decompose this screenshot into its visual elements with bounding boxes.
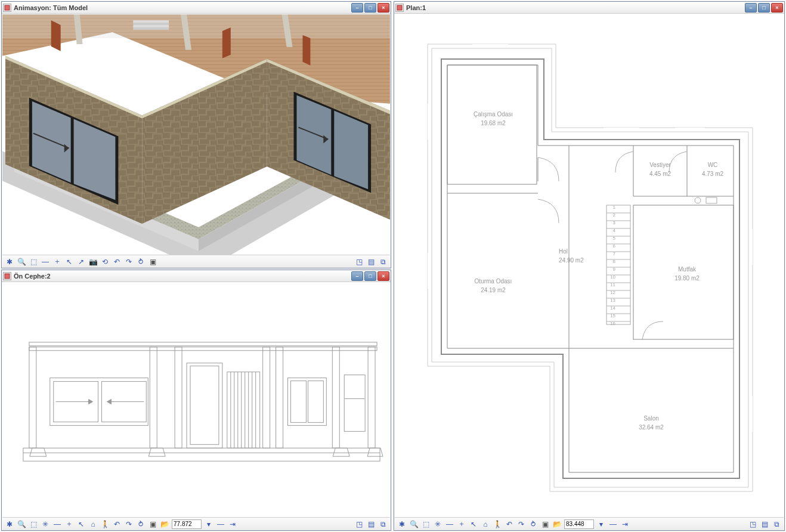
animasyon-titlebar[interactable]: Animasyon: Tüm Model – □ × <box>2 2 391 14</box>
zoom-region-icon[interactable]: ⬚ <box>29 519 38 529</box>
undo-icon[interactable]: ↶ <box>112 519 122 529</box>
svg-rect-19 <box>133 23 169 25</box>
svg-rect-41 <box>5 274 10 279</box>
zoom-region-icon[interactable]: ⬚ <box>29 257 38 267</box>
arrow-icon[interactable]: ↗ <box>76 257 86 267</box>
zoom-region-icon[interactable]: ⬚ <box>421 519 431 529</box>
svg-rect-114 <box>751 396 753 432</box>
home-icon[interactable]: ⌂ <box>88 519 98 529</box>
dropdown-icon[interactable]: ▾ <box>596 519 606 529</box>
zoom-icon[interactable]: 🔍 <box>17 257 26 267</box>
star-icon[interactable]: ✱ <box>5 519 14 529</box>
animasyon-viewport[interactable] <box>2 14 390 255</box>
redo-icon[interactable]: ↷ <box>516 519 526 529</box>
window-plan: Plan:1 – □ × <box>394 1 785 531</box>
dash-icon[interactable]: — <box>216 519 225 529</box>
close-button[interactable]: × <box>771 3 783 13</box>
svg-rect-42 <box>2 283 390 517</box>
app-icon <box>3 4 11 12</box>
svg-rect-112 <box>675 128 705 129</box>
pan-left-icon[interactable]: — <box>52 519 62 529</box>
dropdown-icon[interactable]: ▾ <box>204 519 213 529</box>
plan-viewport[interactable]: Çalışma Odası 19.68 m2 Vestiyer 4.45 m2 … <box>395 14 784 517</box>
maximize-button[interactable]: □ <box>758 3 770 13</box>
rotate-icon[interactable]: ⟲ <box>100 257 110 267</box>
svg-rect-82 <box>395 14 784 517</box>
window-animasyon: Animasyon: Tüm Model – □ × <box>1 1 391 268</box>
plan-toolbar: ✱ 🔍 ⬚ ✳ — ＋ ↖ ⌂ 🚶 ↶ ↷ ⥁ ▣ 📂 ▾ — ⇥ ◳ ▤ ⧉ <box>395 517 784 530</box>
zoom-icon[interactable]: 🔍 <box>17 519 26 529</box>
folder-icon[interactable]: 📂 <box>552 519 562 529</box>
close-button[interactable]: × <box>377 3 389 13</box>
animasyon-title: Animasyon: Tüm Model <box>14 4 88 11</box>
svg-rect-18 <box>133 20 169 23</box>
window-oncephe: Ön Cephe:2 – □ × <box>1 270 391 531</box>
oncephe-titlebar[interactable]: Ön Cephe:2 – □ × <box>2 270 391 282</box>
svg-marker-40 <box>302 35 310 66</box>
layers-icon[interactable]: ▤ <box>366 519 376 529</box>
star2-icon[interactable]: ✳ <box>433 519 442 529</box>
pan-left-icon[interactable]: — <box>41 257 50 267</box>
svg-rect-111 <box>604 128 639 129</box>
camera-icon[interactable]: 📷 <box>88 257 98 267</box>
svg-rect-110 <box>472 44 508 46</box>
folder-icon[interactable]: 📂 <box>160 519 169 529</box>
star2-icon[interactable]: ✳ <box>41 519 50 529</box>
zoom-icon[interactable]: 🔍 <box>409 519 419 529</box>
pan-left-icon[interactable]: — <box>445 519 454 529</box>
cube-icon[interactable]: ◳ <box>354 257 364 267</box>
walk-icon[interactable]: 🚶 <box>493 519 502 529</box>
oncephe-toolbar: ✱ 🔍 ⬚ ✳ — ＋ ↖ ⌂ 🚶 ↶ ↷ ⥁ ▣ 📂 ▾ — ⇥ ◳ ▤ ⧉ <box>2 517 390 530</box>
record-icon[interactable]: ▣ <box>148 257 157 267</box>
plan-value-input[interactable] <box>564 519 594 529</box>
redo-icon[interactable]: ↷ <box>124 257 134 267</box>
cube-icon[interactable]: ◳ <box>748 519 757 529</box>
undo-icon[interactable]: ↶ <box>112 257 122 267</box>
refresh-icon[interactable]: ⥁ <box>136 519 146 529</box>
star-icon[interactable]: ✱ <box>397 519 407 529</box>
home-icon[interactable]: ⌂ <box>481 519 490 529</box>
dock-icon[interactable]: ⧉ <box>378 519 388 529</box>
maximize-button[interactable]: □ <box>364 3 376 13</box>
layers-icon[interactable]: ▤ <box>760 519 769 529</box>
record-icon[interactable]: ▣ <box>540 519 550 529</box>
refresh-icon[interactable]: ⥁ <box>528 519 538 529</box>
pan-diag-icon[interactable]: ↖ <box>76 519 86 529</box>
maximize-button[interactable]: □ <box>364 271 376 281</box>
svg-marker-39 <box>222 27 231 58</box>
dock-icon[interactable]: ⧉ <box>772 519 781 529</box>
layers-icon[interactable]: ▤ <box>366 257 376 267</box>
minimize-button[interactable]: – <box>351 271 363 281</box>
oncephe-viewport[interactable] <box>2 283 390 517</box>
close-button[interactable]: × <box>377 271 389 281</box>
oncephe-value-input[interactable] <box>172 519 202 529</box>
link-icon[interactable]: ⇥ <box>228 519 237 529</box>
pan-cross-icon[interactable]: ＋ <box>457 519 466 529</box>
svg-marker-38 <box>51 20 61 51</box>
walk-icon[interactable]: 🚶 <box>100 519 110 529</box>
dash-icon[interactable]: — <box>608 519 618 529</box>
minimize-button[interactable]: – <box>745 3 757 13</box>
plan-title: Plan:1 <box>406 4 426 11</box>
svg-rect-115 <box>627 488 669 490</box>
link-icon[interactable]: ⇥ <box>620 519 630 529</box>
pan-diag-icon[interactable]: ↖ <box>64 257 74 267</box>
app-icon <box>3 272 11 280</box>
record-icon[interactable]: ▣ <box>148 519 157 529</box>
refresh-icon[interactable]: ⥁ <box>136 257 146 267</box>
pan-diag-icon[interactable]: ↖ <box>469 519 478 529</box>
svg-rect-116 <box>428 104 429 140</box>
minimize-button[interactable]: – <box>351 3 363 13</box>
pan-cross-icon[interactable]: ＋ <box>64 519 74 529</box>
undo-icon[interactable]: ↶ <box>505 519 514 529</box>
oncephe-title: Ön Cephe:2 <box>14 273 51 280</box>
cube-icon[interactable]: ◳ <box>354 519 364 529</box>
plan-titlebar[interactable]: Plan:1 – □ × <box>394 2 784 14</box>
redo-icon[interactable]: ↷ <box>124 519 134 529</box>
animasyon-toolbar: ✱ 🔍 ⬚ — ＋ ↖ ↗ 📷 ⟲ ↶ ↷ ⥁ ▣ ◳ ▤ ⧉ <box>2 255 390 268</box>
svg-rect-0 <box>5 5 10 10</box>
star-icon[interactable]: ✱ <box>5 257 14 267</box>
pan-cross-icon[interactable]: ＋ <box>52 257 62 267</box>
svg-rect-117 <box>428 253 429 289</box>
dock-icon[interactable]: ⧉ <box>378 257 388 267</box>
